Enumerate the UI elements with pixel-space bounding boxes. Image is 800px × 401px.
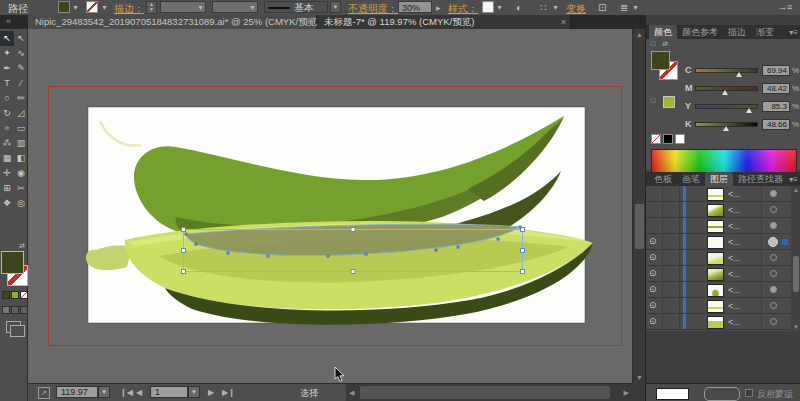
stroke-profile-field[interactable]: ▼ <box>212 1 258 13</box>
document-tab-inactive[interactable]: Nipic_29483542_20190705184832731089.ai* … <box>28 15 317 29</box>
last-artboard-icon[interactable]: ▶❙ <box>222 388 235 397</box>
selection-tool[interactable]: ↖ <box>0 31 14 46</box>
scroll-left-icon[interactable]: ◀ <box>349 389 354 397</box>
layer-row[interactable]: <... <box>646 218 791 234</box>
prev-artboard-icon[interactable]: ◀ <box>136 388 142 397</box>
slice-tool[interactable]: ✂ <box>14 181 28 196</box>
scroll-up-icon[interactable]: ▲ <box>636 31 643 38</box>
free-transform-tool[interactable]: ▭ <box>14 121 28 136</box>
layer-target-icon[interactable] <box>770 222 777 229</box>
layer-visibility-toggle[interactable]: ⊙ <box>649 300 657 310</box>
gradient-mode-button[interactable] <box>11 291 19 299</box>
white-swatch[interactable] <box>675 134 685 144</box>
layer-thumbnail[interactable] <box>707 284 724 297</box>
style-link[interactable]: 样式： <box>448 2 478 16</box>
layer-target-icon[interactable] <box>770 190 777 197</box>
layer-row[interactable]: ⊙<... <box>646 234 791 250</box>
layer-thumbnail[interactable] <box>707 188 724 201</box>
artboard-number-field[interactable]: 1 <box>150 386 188 398</box>
style-swatch[interactable] <box>482 1 494 13</box>
layer-target-icon[interactable] <box>770 254 777 261</box>
layer-visibility-toggle[interactable]: ⊙ <box>649 316 657 326</box>
layer-row[interactable]: <... <box>646 186 791 202</box>
vertical-scroll-thumb[interactable] <box>635 204 644 249</box>
channel-slider-thumb[interactable] <box>723 126 729 131</box>
layer-thumbnail[interactable] <box>707 300 724 313</box>
zoom-level-field[interactable]: 119.97 <box>56 386 98 398</box>
screen-mode-button[interactable] <box>6 321 21 333</box>
layer-thumbnail[interactable] <box>707 236 724 249</box>
layer-thumbnail[interactable] <box>707 252 724 265</box>
layer-visibility-toggle[interactable]: ⊙ <box>649 284 657 294</box>
toolbox-collapse-icon[interactable]: « <box>6 16 11 26</box>
rotate-tool[interactable]: ↻ <box>0 106 14 121</box>
draw-behind-button[interactable] <box>11 306 19 314</box>
pen-tool[interactable]: ✒ <box>0 61 14 76</box>
layer-row[interactable]: <... <box>646 202 791 218</box>
layer-name[interactable]: <... <box>728 205 741 215</box>
zoom-tool[interactable]: ◎ <box>14 196 28 211</box>
layers-scroll-thumb[interactable] <box>793 256 799 292</box>
next-artboard-icon[interactable]: ▶ <box>208 388 214 397</box>
panel-tab-2[interactable]: 颜色参考 <box>677 25 723 40</box>
fill-color-swatch[interactable] <box>58 1 70 13</box>
layer-name[interactable]: <... <box>728 253 741 263</box>
channel-value-field[interactable]: 85.3 <box>762 101 790 112</box>
layer-target-icon[interactable] <box>768 237 778 247</box>
direct-selection-tool[interactable]: ↖ <box>14 31 28 46</box>
none-swatch[interactable] <box>651 134 661 144</box>
bounding-box-icon[interactable]: ⊡ <box>598 2 606 13</box>
swap-fill-stroke-icon[interactable]: ⇄ <box>19 242 25 250</box>
graph-tool[interactable]: ▥ <box>14 136 28 151</box>
channel-value-field[interactable]: 48.66 <box>762 119 790 130</box>
object-thumbnail[interactable] <box>656 388 689 400</box>
zoom-dropdown-icon[interactable]: ▼ <box>98 386 110 398</box>
layer-row[interactable]: ⊙<... <box>646 298 791 314</box>
symbol-sprayer-tool[interactable]: ⁂ <box>0 136 14 151</box>
style-dropdown-icon[interactable]: ▼ <box>496 4 503 11</box>
opacity-link[interactable]: 不透明度： <box>348 2 398 16</box>
layers-scrollbar[interactable]: ▲ ▼ <box>791 186 800 331</box>
artboard-tool[interactable]: ⊞ <box>0 181 14 196</box>
fill-proxy-swatch[interactable] <box>1 251 24 274</box>
brush-dropdown[interactable]: ▼ <box>330 1 341 13</box>
color-panel-menu-icon[interactable]: ▾≡ <box>789 28 798 37</box>
distribute-icon[interactable]: ≣ <box>620 2 628 13</box>
scale-tool[interactable]: ◿ <box>14 106 28 121</box>
lasso-tool[interactable]: ∿ <box>14 46 28 61</box>
magic-wand-tool[interactable]: ✦ <box>0 46 14 61</box>
recolor-artwork-icon[interactable]: ◐ <box>516 2 522 13</box>
gradient-tool[interactable]: ◧ <box>14 151 28 166</box>
stroke-color-swatch[interactable] <box>86 1 98 13</box>
horizontal-scroll-thumb[interactable] <box>360 386 610 399</box>
pencil-tool[interactable]: ✏ <box>14 91 28 106</box>
layers-panel-menu-icon[interactable]: ▾≡ <box>789 175 798 184</box>
layer-thumbnail[interactable] <box>707 204 724 217</box>
panel-tab-1[interactable]: 颜色 <box>649 25 677 40</box>
layer-target-icon[interactable] <box>770 302 777 309</box>
stroke-weight-field[interactable]: ▼ <box>160 1 206 13</box>
layer-target-icon[interactable] <box>770 318 777 325</box>
brush-definition-field[interactable]: 基本 <box>264 1 328 13</box>
hand-tool[interactable]: ❖ <box>0 196 14 211</box>
layer-visibility-toggle[interactable]: ⊙ <box>649 236 657 246</box>
line-segment-tool[interactable]: ∕ <box>14 76 28 91</box>
scroll-right-icon[interactable]: ▶ <box>624 389 629 397</box>
ellipse-tool[interactable]: ○ <box>0 91 14 106</box>
fill-proxy-swatch[interactable] <box>651 51 670 70</box>
panel-tab-3[interactable]: 描边 <box>723 25 751 40</box>
channel-value-field[interactable]: 69.94 <box>762 65 790 76</box>
layer-visibility-toggle[interactable]: ⊙ <box>649 252 657 262</box>
panel-tab-3[interactable]: 图层 <box>705 172 733 187</box>
panel-tab-4[interactable]: 渐变 <box>751 25 779 40</box>
channel-value-field[interactable]: 48.42 <box>762 83 790 94</box>
layer-target-icon[interactable] <box>770 286 777 293</box>
panel-tab-4[interactable]: 路径查找器 <box>733 172 788 187</box>
layers-scroll-down-icon[interactable]: ▼ <box>793 324 799 330</box>
close-tab-icon[interactable]: × <box>561 15 566 29</box>
swap-colors-icon[interactable]: ⇄ <box>662 40 668 48</box>
opacity-expand-icon[interactable]: ▶ <box>436 4 441 11</box>
vertical-scrollbar[interactable]: ▲ ▼ <box>632 29 645 383</box>
scroll-down-icon[interactable]: ▼ <box>636 374 643 381</box>
eyedropper-tool[interactable]: ✛ <box>0 166 14 181</box>
